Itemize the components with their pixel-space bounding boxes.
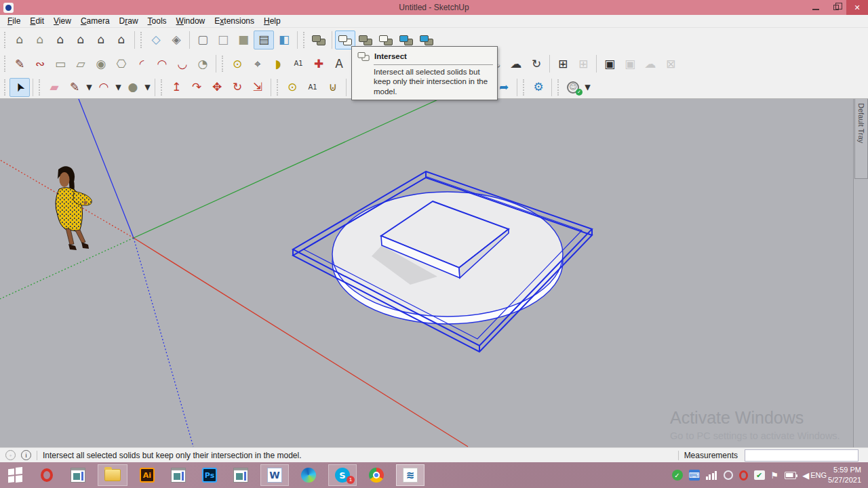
line-tool-button[interactable]: ✎ [9,54,30,73]
scale-figure[interactable] [56,166,92,250]
taskbar-file-explorer[interactable] [98,464,127,486]
iso-view-button[interactable]: ⌂ [9,30,30,49]
tape-measure-button[interactable]: ⊙ [282,78,302,97]
two-point-arc-tool-button[interactable]: ◠ [152,54,172,73]
left-view-button[interactable]: ⌂ [111,30,132,49]
credits-icon[interactable]: i [21,450,31,460]
shapes-flyout-button[interactable]: ● [123,78,143,97]
axes-tool-button[interactable]: ✚ [309,54,329,73]
line-flyout-button[interactable]: ✎ [64,78,85,97]
vray-sync-button[interactable]: ↻ [526,54,547,73]
three-d-text-tool-button[interactable]: A [329,54,349,73]
wireframe-style-button[interactable]: ▢ [193,30,213,49]
tray-antivirus[interactable]: ✓ [672,470,683,481]
monochrome-style-button[interactable]: ◧ [274,30,294,49]
vray-cloud-manager-button[interactable]: ☁ [640,54,660,73]
tray-opera-tray[interactable] [739,470,748,481]
outer-shell-button[interactable] [309,30,329,49]
taskbar-edge[interactable] [297,464,320,486]
shapes-flyout-caret[interactable]: ▾ [143,78,152,97]
vray-license-lock-button[interactable]: ⊠ [660,54,681,73]
freehand-tool-button[interactable]: ∾ [30,54,50,73]
tape-measure-tool-button[interactable]: ⊙ [227,54,248,73]
arcs-flyout-caret[interactable]: ▾ [114,78,123,97]
extension-manager-button[interactable]: ⚙ [528,78,549,97]
taskbar-sketchup[interactable]: ≋ [396,464,425,486]
tray-network[interactable] [706,471,717,480]
account-avatar-button[interactable]: ☺✓ [563,78,583,97]
taskbar-start-button[interactable] [4,464,27,486]
selected-model[interactable] [293,171,592,352]
three-point-arc-tool-button[interactable]: ◡ [172,54,193,73]
menu-edit[interactable]: Edit [25,16,49,26]
rotated-rectangle-tool-button[interactable]: ▱ [71,54,91,73]
taskbar-photoshop[interactable]: Ps [198,464,221,486]
measurements-input[interactable] [745,449,859,462]
taskbar-app-window-3[interactable] [229,464,252,486]
hidden-line-style-button[interactable]: □ [213,30,233,49]
dimension-tool-button[interactable]: ⌖ [248,54,268,73]
menu-extensions[interactable]: Extensions [210,16,259,26]
protractor-tool-button[interactable]: ◗ [268,54,288,73]
move-tool-button[interactable]: ✥ [207,78,227,97]
taskbar-skype[interactable]: S1 [328,464,357,486]
circle-tool-button[interactable]: ◉ [91,54,111,73]
pie-tool-button[interactable]: ◔ [193,54,213,73]
menu-tools[interactable]: Tools [143,16,172,26]
vray-frame-buffer-button[interactable]: ⊞ [553,54,573,73]
top-view-button[interactable]: ⌂ [30,30,50,49]
modeling-viewport[interactable]: Activate Windows Go to PC settings to ac… [0,99,853,447]
back-edges-style-button[interactable]: ◈ [166,30,186,49]
vray-cloud-render-button[interactable]: ☁ [506,54,526,73]
eraser-tool-button[interactable]: ▰ [44,78,64,97]
line-flyout-caret[interactable]: ▾ [85,78,94,97]
taskbar-chrome[interactable] [365,464,388,486]
language-indicator[interactable]: ENG [810,471,827,479]
tray-security-check[interactable]: ✔ [754,470,765,480]
geolocation-icon[interactable]: ◦ [5,450,16,460]
taskbar-app-window-2[interactable] [167,464,190,486]
xray-style-button[interactable]: ◇ [146,30,166,49]
clock[interactable]: 5:59 PM 5/27/2021 [828,465,861,485]
tray-ime[interactable]: ⌨ [689,470,700,481]
close-button[interactable]: ✕ [846,0,868,15]
menu-file[interactable]: File [3,16,25,26]
polygon-tool-button[interactable]: ⎔ [111,54,132,73]
back-view-button[interactable]: ⌂ [91,30,111,49]
account-caret[interactable]: ▾ [583,78,592,97]
taskbar-app-window-1[interactable] [66,464,90,486]
front-view-button[interactable]: ⌂ [50,30,71,49]
push-pull-tool-button[interactable]: ↥ [166,78,186,97]
restore-button[interactable] [826,0,846,15]
shaded-style-button[interactable]: ■ [233,30,254,49]
vray-asset-editor-button[interactable]: ▣ [599,54,620,73]
menu-camera[interactable]: Camera [76,16,115,26]
arc-tool-button[interactable]: ◜ [132,54,152,73]
rectangle-tool-button[interactable]: ▭ [50,54,71,73]
rotate-tool-button[interactable]: ↻ [227,78,248,97]
menu-window[interactable]: Window [172,16,210,26]
taskbar-opera[interactable] [35,464,58,486]
text-button[interactable]: A1 [302,78,323,97]
tray-battery[interactable] [785,472,796,479]
shaded-with-textures-style-button[interactable]: ▤ [254,30,274,49]
vray-batch-render-button[interactable]: ⊞ [573,54,593,73]
select-tool-button[interactable]: ➤ [9,78,30,97]
tray-dell[interactable] [724,470,733,480]
taskbar-illustrator[interactable]: Ai [136,464,159,486]
menu-draw[interactable]: Draw [115,16,143,26]
menu-view[interactable]: View [49,16,76,26]
follow-me-tool-button[interactable]: ↷ [186,78,207,97]
right-view-button[interactable]: ⌂ [71,30,91,49]
menu-help[interactable]: Help [259,16,285,26]
tray-volume[interactable]: ◀ [802,470,809,481]
tray-action-center-flag[interactable]: ⚑ [771,470,779,481]
vray-file-manager-button[interactable]: ▣ [620,54,640,73]
default-tray-tab[interactable]: Default Tray [854,99,868,179]
paint-bucket-button[interactable]: ⊍ [323,78,343,97]
taskbar-word[interactable]: W [260,464,289,486]
minimize-button[interactable] [806,0,826,15]
scale-tool-button[interactable]: ⇲ [248,78,268,97]
text-tool-button[interactable]: A1 [288,54,309,73]
arcs-flyout-button[interactable]: ◠ [94,78,114,97]
